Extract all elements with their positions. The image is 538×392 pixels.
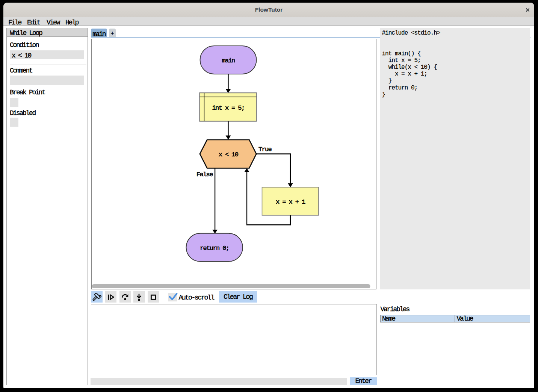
svg-text:int x = 5;: int x = 5;: [212, 104, 244, 112]
svg-text:return 0;: return 0;: [200, 244, 229, 251]
svg-text:main: main: [222, 57, 235, 64]
svg-text:True: True: [258, 146, 272, 153]
svg-text:False: False: [196, 171, 213, 178]
svg-text:x = x + 1: x = x + 1: [276, 198, 305, 206]
svg-text:x < 10: x < 10: [219, 151, 239, 158]
